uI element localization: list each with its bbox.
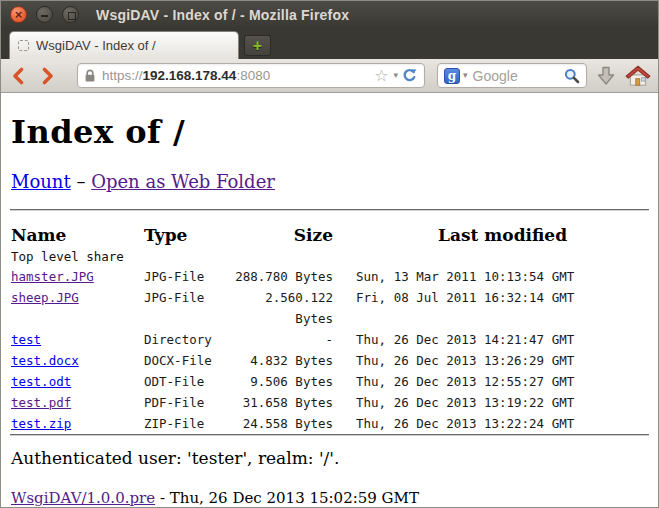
window-title: WsgiDAV - Index of / - Mozilla Firefox — [96, 7, 349, 23]
divider-bottom — [10, 434, 649, 436]
default-favicon-icon — [18, 40, 29, 51]
file-type: ODT-File — [144, 371, 222, 392]
divider-top — [10, 209, 649, 211]
new-tab-button[interactable]: + — [244, 35, 271, 56]
file-size: - — [222, 329, 336, 350]
page-title: Index of / — [11, 113, 649, 151]
mount-link[interactable]: Mount — [11, 171, 71, 192]
file-modified: Fri, 08 Jul 2011 16:32:14 GMT — [336, 287, 649, 329]
file-link[interactable]: test.odt — [11, 374, 71, 389]
titlebar: WsgiDAV - Index of / - Mozilla Firefox — [1, 1, 658, 28]
search-placeholder: Google — [473, 68, 518, 84]
table-row: sheep.JPG JPG-File 2.560.122 Bytes Fri, … — [11, 287, 649, 329]
window-controls — [10, 6, 79, 23]
table-row: test.zip ZIP-File 24.558 Bytes Thu, 26 D… — [11, 413, 649, 434]
urlbar-dropdown-icon[interactable]: ▾ — [393, 71, 398, 80]
header-type: Type — [144, 225, 222, 245]
table-row: test Directory - Thu, 26 Dec 2013 14:21:… — [11, 329, 649, 350]
file-type: JPG-File — [144, 266, 222, 287]
file-modified: Sun, 13 Mar 2011 10:13:54 GMT — [336, 266, 649, 287]
firefox-window: WsgiDAV - Index of / - Mozilla Firefox W… — [0, 0, 659, 508]
file-type: PDF-File — [144, 392, 222, 413]
url-scheme: https:// — [102, 68, 143, 83]
file-link[interactable]: test.docx — [11, 353, 79, 368]
header-size: Size — [222, 225, 336, 245]
home-icon — [625, 65, 651, 87]
file-list: hamster.JPG JPG-File 288.780 Bytes Sun, … — [11, 266, 649, 434]
forward-button[interactable] — [35, 64, 59, 88]
url-bar[interactable]: https://192.168.178.44:8080 ☆ ▾ — [77, 63, 425, 88]
file-type: DOCX-File — [144, 350, 222, 371]
file-type: Directory — [144, 329, 222, 350]
auth-status: Authenticated user: 'tester', realm: '/'… — [11, 448, 649, 468]
file-size: 24.558 Bytes — [222, 413, 336, 434]
home-button[interactable] — [625, 65, 651, 87]
lock-icon[interactable] — [84, 69, 96, 83]
url-text: https://192.168.178.44:8080 — [102, 68, 270, 83]
action-links: Mount – Open as Web Folder — [11, 171, 649, 192]
search-bar[interactable]: g ▾ Google — [437, 63, 587, 88]
tab-bar: WsgiDAV - Index of / + — [1, 28, 658, 59]
file-type: ZIP-File — [144, 413, 222, 434]
search-engine-dropdown-icon[interactable]: ▾ — [463, 71, 468, 80]
tab-wsgidav[interactable]: WsgiDAV - Index of / — [9, 31, 239, 59]
file-modified: Thu, 26 Dec 2013 13:26:29 GMT — [336, 350, 649, 371]
file-size: 9.506 Bytes — [222, 371, 336, 392]
file-link[interactable]: test.pdf — [11, 395, 71, 410]
downloads-button[interactable] — [595, 65, 617, 87]
file-modified: Thu, 26 Dec 2013 13:22:24 GMT — [336, 413, 649, 434]
page-content: Index of / Mount – Open as Web Folder Na… — [1, 113, 658, 507]
reload-icon[interactable] — [401, 67, 418, 84]
page-footer: WsgiDAV/1.0.0.pre - Thu, 26 Dec 2013 15:… — [11, 489, 649, 507]
file-modified: Thu, 26 Dec 2013 12:55:27 GMT — [336, 371, 649, 392]
forward-arrow-icon — [37, 66, 57, 86]
table-row: hamster.JPG JPG-File 288.780 Bytes Sun, … — [11, 266, 649, 287]
back-button[interactable] — [7, 64, 31, 88]
table-row: test.docx DOCX-File 4.832 Bytes Thu, 26 … — [11, 350, 649, 371]
file-size: 2.560.122 Bytes — [222, 287, 336, 329]
close-button[interactable] — [10, 6, 27, 23]
file-link[interactable]: hamster.JPG — [11, 269, 94, 284]
file-link[interactable]: test — [11, 332, 41, 347]
header-last-modified: Last modified — [336, 225, 649, 245]
footer-timestamp: - Thu, 26 Dec 2013 15:02:59 GMT — [155, 489, 419, 507]
table-row: test.odt ODT-File 9.506 Bytes Thu, 26 De… — [11, 371, 649, 392]
navigation-toolbar: https://192.168.178.44:8080 ☆ ▾ g ▾ Goog… — [1, 59, 658, 93]
tab-label: WsgiDAV - Index of / — [36, 38, 156, 53]
url-port: :8080 — [236, 68, 270, 83]
download-arrow-icon — [595, 65, 617, 87]
header-name: Name — [11, 225, 144, 245]
share-note: Top level share — [11, 249, 649, 264]
file-link[interactable]: sheep.JPG — [11, 290, 79, 305]
minimize-button[interactable] — [36, 6, 53, 23]
google-engine-icon[interactable]: g — [444, 68, 460, 84]
wsgidav-version-link[interactable]: WsgiDAV/1.0.0.pre — [11, 489, 155, 507]
file-size: 4.832 Bytes — [222, 350, 336, 371]
file-size: 288.780 Bytes — [222, 266, 336, 287]
file-modified: Thu, 26 Dec 2013 14:21:47 GMT — [336, 329, 649, 350]
maximize-button[interactable] — [62, 6, 79, 23]
file-size: 31.658 Bytes — [222, 392, 336, 413]
url-host: 192.168.178.44 — [143, 68, 237, 83]
file-type: JPG-File — [144, 287, 222, 329]
table-header-row: Name Type Size Last modified — [11, 225, 649, 245]
table-row: test.pdf PDF-File 31.658 Bytes Thu, 26 D… — [11, 392, 649, 413]
bookmark-star-icon[interactable]: ☆ — [374, 68, 388, 84]
link-separator: – — [76, 171, 85, 192]
file-modified: Thu, 26 Dec 2013 13:19:22 GMT — [336, 392, 649, 413]
search-magnifier-icon[interactable] — [564, 68, 580, 84]
back-arrow-icon — [9, 66, 29, 86]
file-link[interactable]: test.zip — [11, 416, 71, 431]
open-as-web-folder-link[interactable]: Open as Web Folder — [91, 171, 275, 192]
